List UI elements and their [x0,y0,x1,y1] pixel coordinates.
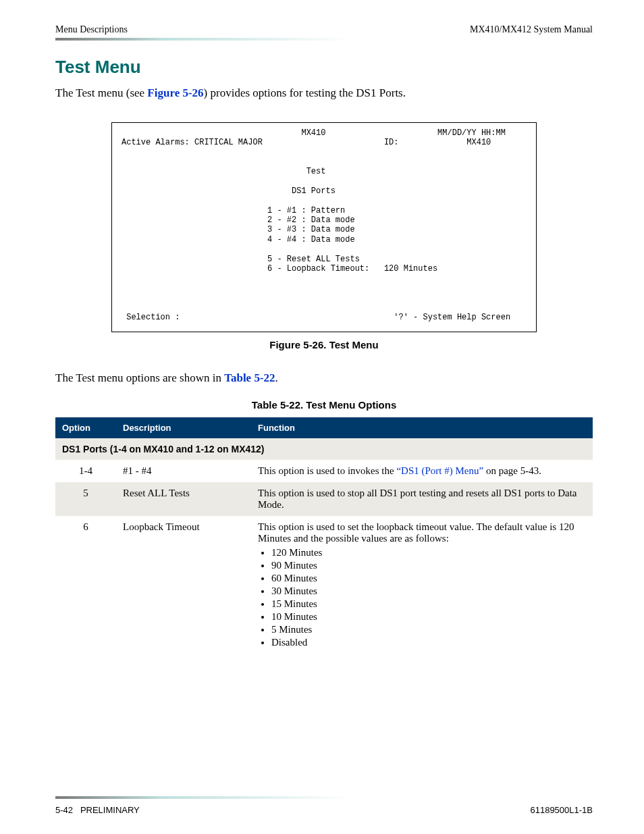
cell-description: #1 - #4 [116,460,251,482]
cell-option: 6 [55,516,116,655]
terminal-screenshot: MX410 MM/DD/YY HH:MM Active Alarms: CRIT… [111,122,537,333]
page: Menu Descriptions MX410/MX412 System Man… [0,0,644,834]
table-caption: Table 5-22. Test Menu Options [55,399,593,411]
cell-function: This option is used to invokes the “DS1 … [251,460,593,482]
header-left: Menu Descriptions [55,24,128,35]
section-title: Test Menu [55,57,593,78]
term-section: DS1 Ports [122,186,336,196]
figure-xref[interactable]: Figure 5-26 [147,86,203,99]
intro-text-after: ) provides options for testing the DS1 P… [204,86,406,99]
list-item: Disabled [271,637,586,648]
list-item: 120 Minutes [271,547,586,558]
cell-function: This option is used to stop all DS1 port… [251,482,593,516]
list-item: 30 Minutes [271,585,586,597]
options-table: Option Description Function DS1 Ports (1… [55,417,593,655]
figure-caption: Figure 5-26. Test Menu [55,339,593,350]
term-screen-title: Test [122,167,325,176]
th-description: Description [116,417,251,438]
para2-after: . [275,371,278,384]
cell-description: Loopback Timeout [116,516,251,655]
table-row: 5 Reset ALL Tests This option is used to… [55,482,593,516]
footer-rule [55,796,593,799]
footer-right: 61189500L1-1B [530,805,593,815]
term-footer: Selection : '?' - System Help Screen [122,313,510,322]
cell-option: 1-4 [55,460,116,482]
table-intro-paragraph: The Test menu options are shown in Table… [55,369,593,387]
cell-description: Reset ALL Tests [116,482,251,516]
list-item: 60 Minutes [271,573,586,584]
table-xref[interactable]: Table 5-22 [224,371,275,384]
running-header: Menu Descriptions MX410/MX412 System Man… [55,24,593,35]
intro-paragraph: The Test menu (see Figure 5-26) provides… [55,84,593,102]
header-right: MX410/MX412 System Manual [470,24,593,35]
term-item-1: 1 - #1 : Pattern [122,206,345,215]
para2-before: The Test menu options are shown in [55,371,224,384]
intro-text-before: The Test menu (see [55,86,147,99]
table-subhead-row: DS1 Ports (1-4 on MX410 and 1-12 on MX41… [55,438,593,460]
list-item: 90 Minutes [271,560,586,571]
term-line-1: MX410 MM/DD/YY HH:MM [122,128,506,138]
ds1-menu-xref[interactable]: “DS1 (Port #) Menu” [396,465,483,476]
footer-left: 5-42 PRELIMINARY [55,805,140,815]
cell-option: 5 [55,482,116,516]
th-option: Option [55,417,116,438]
cell-function: This option is used to set the loopback … [251,516,593,655]
loopback-values-list: 120 Minutes 90 Minutes 60 Minutes 30 Min… [271,547,586,648]
table-header-row: Option Description Function [55,417,593,438]
list-item: 10 Minutes [271,611,586,623]
table-subhead: DS1 Ports (1-4 on MX410 and 1-12 on MX41… [55,438,593,460]
term-line-2: Active Alarms: CRITICAL MAJOR ID: MX410 [122,138,491,147]
list-item: 5 Minutes [271,624,586,635]
term-extra-2: 6 - Loopback Timeout: 120 Minutes [122,264,437,273]
header-rule [55,38,593,41]
th-function: Function [251,417,593,438]
term-item-2: 2 - #2 : Data mode [122,215,355,225]
table-row: 1-4 #1 - #4 This option is used to invok… [55,460,593,482]
term-extra-1: 5 - Reset ALL Tests [122,255,360,264]
term-item-4: 4 - #4 : Data mode [122,235,355,244]
table-row: 6 Loopback Timeout This option is used t… [55,516,593,655]
term-item-3: 3 - #3 : Data mode [122,225,355,234]
list-item: 15 Minutes [271,598,586,610]
page-footer: 5-42 PRELIMINARY 61189500L1-1B [55,805,593,815]
